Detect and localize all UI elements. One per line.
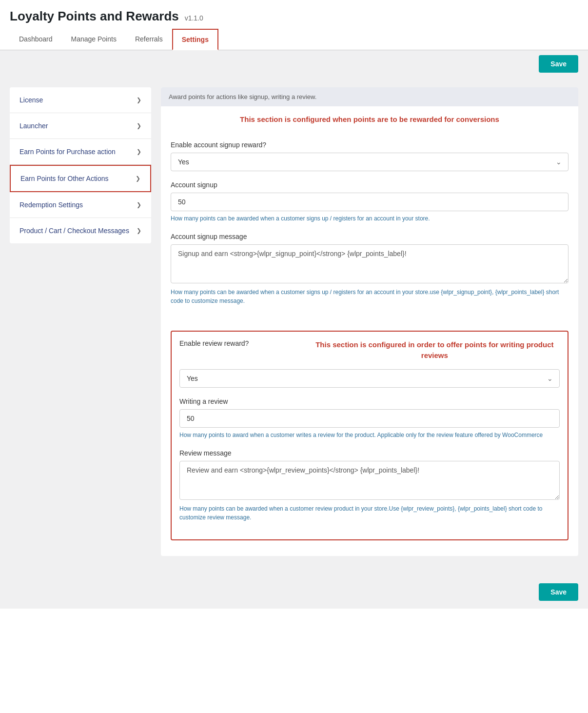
section-info-bar: Award points for actions like signup, wr… — [161, 87, 578, 106]
review-message-textarea[interactable]: Review and earn <strong>{wlpr_review_poi… — [179, 461, 560, 500]
nav-tabs: Dashboard Manage Points Referrals Settin… — [0, 29, 588, 50]
tab-referrals[interactable]: Referrals — [126, 29, 172, 50]
app-title: Loyalty Points and Rewards — [10, 9, 179, 23]
chevron-right-icon: ❯ — [137, 122, 141, 129]
info-bar-text: Award points for actions like signup, wr… — [169, 93, 316, 100]
review-reward-select-wrapper: Yes No ⌄ — [179, 369, 560, 388]
writing-review-input[interactable] — [179, 409, 560, 428]
app-version: v1.1.0 — [185, 14, 203, 22]
save-bar-bottom: Save — [0, 575, 588, 609]
sidebar-item-label: Redemption Settings — [20, 201, 83, 209]
chevron-right-icon: ❯ — [137, 227, 141, 234]
sidebar: License ❯ Launcher ❯ Earn Points for Pur… — [10, 87, 151, 566]
sidebar-item-earn-other[interactable]: Earn Points for Other Actions ❯ — [10, 165, 151, 192]
writing-review-label: Writing a review — [179, 397, 560, 405]
writing-review-help: How many points to award when a customer… — [179, 431, 560, 439]
sidebar-item-label: Launcher — [20, 122, 48, 130]
callout-signup: This section is configured when points a… — [161, 114, 578, 125]
account-signup-input[interactable] — [171, 193, 568, 211]
sidebar-item-launcher[interactable]: Launcher ❯ — [10, 113, 151, 139]
signup-reward-select-wrapper: Yes No ⌄ — [171, 153, 568, 171]
app-header: Loyalty Points and Rewards v1.1.0 — [0, 0, 588, 24]
account-signup-message-label: Account signup message — [171, 233, 568, 240]
chevron-right-icon: ❯ — [136, 175, 140, 182]
review-message-label: Review message — [179, 449, 560, 457]
review-reward-label: Enable review reward? — [179, 339, 305, 347]
tab-dashboard[interactable]: Dashboard — [10, 29, 62, 50]
sidebar-item-redemption[interactable]: Redemption Settings ❯ — [10, 192, 151, 218]
account-signup-message-help: How many points can be awarded when a cu… — [171, 288, 568, 305]
chevron-right-icon: ❯ — [137, 148, 141, 155]
tab-settings[interactable]: Settings — [172, 29, 218, 50]
chevron-right-icon: ❯ — [137, 97, 141, 103]
review-reward-enable-group: Enable review reward? — [179, 339, 305, 351]
signup-reward-select[interactable]: Yes No — [171, 153, 568, 171]
section-card-signup: Award points for actions like signup, wr… — [161, 87, 578, 556]
sidebar-item-license[interactable]: License ❯ — [10, 87, 151, 113]
signup-form-section: Enable account signup reward? Yes No ⌄ A… — [161, 133, 578, 323]
review-message-group: Review message Review and earn <strong>{… — [179, 449, 560, 522]
page-wrapper: Loyalty Points and Rewards v1.1.0 Dashbo… — [0, 0, 588, 713]
sidebar-item-product-cart[interactable]: Product / Cart / Checkout Messages ❯ — [10, 218, 151, 243]
sidebar-item-label: License — [20, 96, 43, 104]
signup-reward-label: Enable account signup reward? — [171, 141, 568, 149]
save-bar-top: Save — [0, 50, 588, 78]
sidebar-item-earn-purchase[interactable]: Earn Points for Purchase action ❯ — [10, 139, 151, 165]
sidebar-item-label: Product / Cart / Checkout Messages — [20, 227, 129, 235]
callout-review: This section is configured in order to o… — [310, 339, 560, 361]
account-signup-message-group: Account signup message Signup and earn <… — [171, 233, 568, 305]
sidebar-item-label: Earn Points for Other Actions — [20, 175, 109, 182]
sidebar-item-label: Earn Points for Purchase action — [20, 148, 116, 156]
review-reward-select-group: Yes No ⌄ — [179, 369, 560, 388]
account-signup-help: How many points can be awarded when a cu… — [171, 214, 568, 223]
signup-reward-group: Enable account signup reward? Yes No ⌄ — [171, 141, 568, 171]
review-message-help: How many points can be awarded when a cu… — [179, 504, 560, 522]
writing-review-group: Writing a review How many points to awar… — [179, 397, 560, 439]
account-signup-label: Account signup — [171, 181, 568, 189]
save-button-top[interactable]: Save — [539, 55, 578, 73]
save-button-bottom[interactable]: Save — [539, 583, 578, 601]
main-content: Award points for actions like signup, wr… — [161, 87, 578, 566]
account-signup-group: Account signup How many points can be aw… — [171, 181, 568, 223]
chevron-right-icon: ❯ — [137, 201, 141, 208]
tab-manage-points[interactable]: Manage Points — [62, 29, 126, 50]
review-reward-select[interactable]: Yes No — [179, 369, 560, 388]
account-signup-message-textarea[interactable]: Signup and earn <strong>{wlpr_signup_poi… — [171, 244, 568, 283]
review-reward-section: Enable review reward? This section is co… — [171, 331, 568, 540]
spacer — [161, 548, 578, 556]
content-area: License ❯ Launcher ❯ Earn Points for Pur… — [0, 78, 588, 575]
